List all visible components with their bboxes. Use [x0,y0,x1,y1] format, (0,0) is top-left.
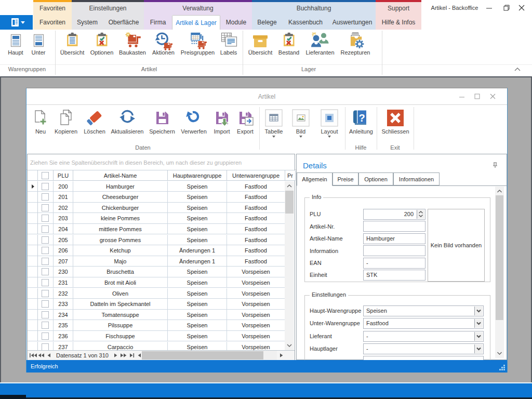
svg-text:?: ? [359,112,365,124]
